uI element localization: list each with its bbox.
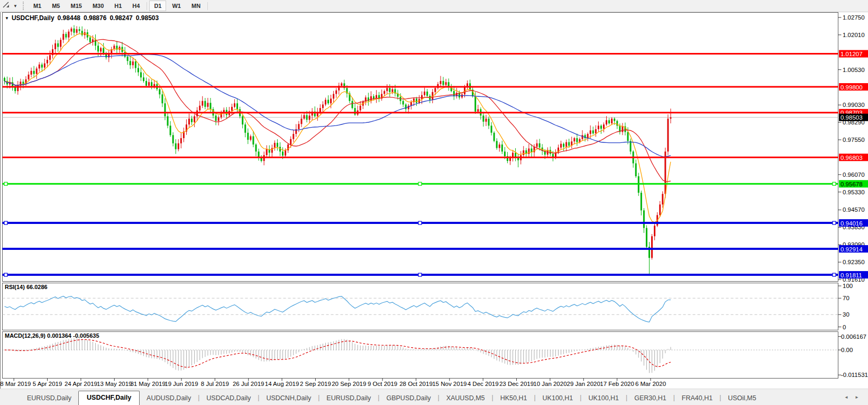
timeframe-button-mn[interactable]: MN xyxy=(187,1,205,11)
svg-text:0.91811: 0.91811 xyxy=(840,272,862,278)
timeframe-buttons: M1M5M15M30H1H4D1W1MN xyxy=(28,1,209,11)
svg-text:8 Jul 2019: 8 Jul 2019 xyxy=(201,381,229,387)
svg-text:70: 70 xyxy=(843,295,849,301)
svg-text:1.02750: 1.02750 xyxy=(843,14,865,21)
hline-handle[interactable] xyxy=(4,182,7,185)
svg-text:0.97550: 0.97550 xyxy=(843,137,865,143)
tab-scroll-arrows: ◄ ► xyxy=(842,395,862,400)
svg-text:0.95330: 0.95330 xyxy=(843,189,865,195)
svg-text:23 Dec 2019: 23 Dec 2019 xyxy=(499,381,534,387)
svg-text:0.98503: 0.98503 xyxy=(840,114,863,121)
svg-text:2 Sep 2019: 2 Sep 2019 xyxy=(300,381,331,387)
svg-text:9 Oct 2019: 9 Oct 2019 xyxy=(368,381,397,387)
hline-handle[interactable] xyxy=(418,221,422,224)
svg-text:0.96803: 0.96803 xyxy=(840,155,863,161)
chart-tab-bar: EURUSD,DailyUSDCHF,DailyAUDUSD,Daily|USD… xyxy=(0,389,868,405)
tab-scroll-right-icon[interactable]: ► xyxy=(852,394,862,401)
macd-panel xyxy=(3,332,838,379)
svg-text:-0.011531: -0.011531 xyxy=(841,372,868,378)
svg-text:0.006167: 0.006167 xyxy=(841,334,866,340)
tab-usoil-m5[interactable]: USOil,M5 xyxy=(721,392,763,405)
timeframe-button-h4[interactable]: H4 xyxy=(127,1,144,11)
rsi-panel xyxy=(3,283,838,330)
tab-usdcad-daily[interactable]: USDCAD,Daily xyxy=(199,392,258,405)
tab-usdcnh-daily[interactable]: USDCNH,Daily xyxy=(259,392,318,405)
svg-text:100: 100 xyxy=(843,283,853,289)
toolbar-grip xyxy=(23,2,24,10)
tab-uk100-h1[interactable]: UK100,H1 xyxy=(536,392,580,405)
tab-audusd-daily[interactable]: AUDUSD,Daily xyxy=(140,392,198,405)
toolbar: ▼ M1M5M15M30H1H4D1W1MN xyxy=(0,0,868,12)
svg-text:20 Sep 2019: 20 Sep 2019 xyxy=(332,381,366,387)
chart-canvas[interactable]: 1.027501.020101.005300.990300.982900.975… xyxy=(0,0,868,405)
svg-text:28 Oct 2019: 28 Oct 2019 xyxy=(399,381,433,387)
tab-eurusd-daily[interactable]: EURUSD,Daily xyxy=(20,392,78,405)
price-line-label-0.91811: 0.91811 xyxy=(839,271,868,278)
price-line-label-0.96803: 0.96803 xyxy=(839,154,868,161)
current-price-label: 0.98503 xyxy=(839,114,868,121)
price-line-label-0.94016: 0.94016 xyxy=(839,219,868,227)
svg-text:0.94016: 0.94016 xyxy=(840,220,863,227)
hline-handle[interactable] xyxy=(418,182,422,185)
svg-text:5 Apr 2019: 5 Apr 2019 xyxy=(33,381,62,387)
svg-text:17 Feb 2020: 17 Feb 2020 xyxy=(600,381,634,387)
svg-text:0.99030: 0.99030 xyxy=(843,102,865,108)
hline-handle[interactable] xyxy=(418,273,422,276)
tab-ger30-h1[interactable]: GER30,H1 xyxy=(627,392,673,405)
toolbar-separator xyxy=(147,2,147,10)
svg-text:0: 0 xyxy=(843,324,846,330)
hline-handle[interactable] xyxy=(833,221,836,224)
svg-text:24 Apr 2019: 24 Apr 2019 xyxy=(65,381,97,387)
svg-text:1.02010: 1.02010 xyxy=(843,32,865,38)
main-price-panel xyxy=(3,13,838,282)
timeframe-button-m30[interactable]: M30 xyxy=(88,1,108,11)
svg-text:6 Mar 2020: 6 Mar 2020 xyxy=(635,381,666,387)
svg-text:29 Jan 2020: 29 Jan 2020 xyxy=(567,381,600,387)
tab-usdchf-daily[interactable]: USDCHF,Daily xyxy=(78,391,140,405)
timeframe-button-h1[interactable]: H1 xyxy=(109,1,126,11)
chevron-down-icon[interactable]: ▼ xyxy=(13,4,17,8)
macd-indicator-label: MACD(12,26,9) 0.001364 -0.005635 xyxy=(5,332,99,339)
svg-text:19 Jun 2019: 19 Jun 2019 xyxy=(165,381,198,387)
collapse-triangle-icon[interactable]: ▼ xyxy=(5,16,9,21)
price-line-label-0.99800: 0.99800 xyxy=(839,83,868,91)
toolbar-separator xyxy=(207,2,208,10)
tab-gbpusd-daily[interactable]: GBPUSD,Daily xyxy=(379,392,437,405)
svg-text:0.92350: 0.92350 xyxy=(843,259,865,265)
svg-text:26 Jul 2019: 26 Jul 2019 xyxy=(233,381,264,387)
svg-text:0.92914: 0.92914 xyxy=(840,246,863,253)
tab-fra40-h1[interactable]: FRA40,H1 xyxy=(675,392,719,405)
timeframe-button-m15[interactable]: M15 xyxy=(66,1,86,11)
svg-text:0.95678: 0.95678 xyxy=(840,181,863,187)
chart-title: ▼USDCHF,Daily0.984480.988760.982470.9850… xyxy=(5,14,159,22)
timeframe-button-w1[interactable]: W1 xyxy=(167,1,186,11)
tab-hk50-h1[interactable]: HK50,H1 xyxy=(494,392,534,405)
timeframe-button-d1[interactable]: D1 xyxy=(149,1,166,11)
rsi-axis[interactable]: 10070300 xyxy=(838,283,853,330)
tab-eurusd-daily[interactable]: EURUSD,Daily xyxy=(319,392,378,405)
svg-text:0.99800: 0.99800 xyxy=(840,84,863,91)
tab-uk100-h1[interactable]: UK100,H1 xyxy=(581,392,626,405)
ohlc-low: 0.98247 xyxy=(109,14,132,22)
hline-handle[interactable] xyxy=(833,182,836,185)
macd-axis[interactable]: 0.0061670.00-0.011531 xyxy=(838,334,868,379)
svg-text:1.01207: 1.01207 xyxy=(840,51,863,57)
timeframe-button-m5[interactable]: M5 xyxy=(47,1,65,11)
svg-text:30: 30 xyxy=(843,311,849,318)
timeframe-button-m1[interactable]: M1 xyxy=(29,1,46,11)
svg-text:10 Jan 2020: 10 Jan 2020 xyxy=(533,381,567,387)
draw-tool-icon[interactable] xyxy=(2,1,11,11)
price-line-label-0.92914: 0.92914 xyxy=(839,245,868,253)
hline-handle[interactable] xyxy=(4,221,7,224)
svg-text:1.00530: 1.00530 xyxy=(843,67,865,73)
svg-text:4 Dec 2019: 4 Dec 2019 xyxy=(468,381,499,387)
svg-text:14 Aug 2019: 14 Aug 2019 xyxy=(265,381,299,387)
tab-xauusd-m5[interactable]: XAUUSD,M5 xyxy=(440,392,492,405)
hline-handle[interactable] xyxy=(833,273,836,276)
svg-text:15 Nov 2019: 15 Nov 2019 xyxy=(432,381,467,387)
time-axis[interactable]: 18 Mar 20195 Apr 201924 Apr 201913 May 2… xyxy=(0,379,666,388)
hline-handle[interactable] xyxy=(4,273,7,276)
symbol-period-label: USDCHF,Daily xyxy=(12,14,54,22)
svg-text:0.00: 0.00 xyxy=(841,347,853,353)
tab-scroll-left-icon[interactable]: ◄ xyxy=(842,394,851,401)
